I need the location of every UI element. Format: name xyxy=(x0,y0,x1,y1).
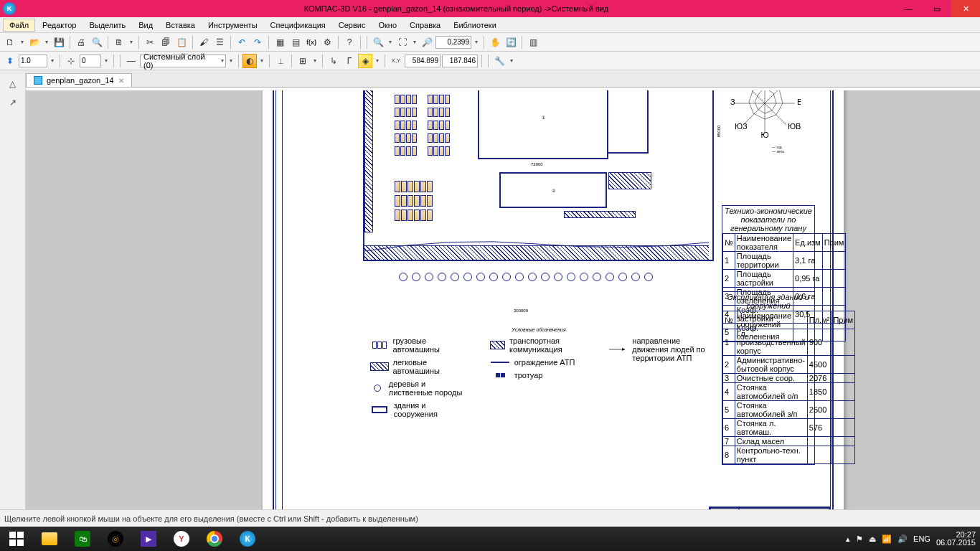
system-tray: ▴ ⚑ ⏏ 📶 🔊 ENG 20:27 06.07.2015 xyxy=(846,531,980,547)
task-store[interactable]: 🛍 xyxy=(66,527,99,551)
tools-ext-button[interactable]: 🔧 xyxy=(492,54,507,68)
parking-row-2b xyxy=(428,95,450,104)
maximize-button[interactable]: ▭ xyxy=(923,0,951,17)
preview-button[interactable]: 🔍 xyxy=(90,35,104,50)
open-button[interactable]: 📂 xyxy=(27,35,42,50)
document-tab[interactable]: genplan_gazon_14 ✕ xyxy=(26,73,132,87)
ortho-button[interactable]: Γ xyxy=(342,54,357,68)
task-chrome[interactable] xyxy=(198,527,231,551)
zoom-window-button[interactable]: 🔍 xyxy=(371,35,385,50)
svg-rect-23 xyxy=(17,540,24,546)
zoom-realtime-button[interactable]: 🔎 xyxy=(420,35,434,50)
tray-clock[interactable]: 20:27 06.07.2015 xyxy=(936,531,976,547)
help-pointer-button[interactable]: ? xyxy=(342,35,357,50)
lcs-button[interactable]: ↳ xyxy=(326,54,341,68)
color-swatch[interactable]: ◐ xyxy=(242,54,257,68)
scale-input[interactable] xyxy=(19,55,47,67)
paste-button[interactable]: 📋 xyxy=(174,35,189,50)
variables-button[interactable]: ⚙ xyxy=(320,35,334,50)
task-yandex[interactable]: Y xyxy=(165,527,198,551)
parking-row-2 xyxy=(395,95,417,104)
tray-usb-icon[interactable]: ⏏ xyxy=(869,534,876,544)
style-button[interactable]: ⬍ xyxy=(3,54,17,68)
toolbar-standard: 🗋▾ 📂▾ 💾 🖨 🔍 🗎▾ ✂ 🗐 📋 🖌 ☰ ↶ ↷ ▦ ▤ f(x) ⚙ … xyxy=(0,33,980,52)
print-preview-button[interactable]: 🗎 xyxy=(112,35,126,50)
dim-button[interactable]: ⟂ xyxy=(273,54,288,68)
tray-flag-icon[interactable]: ⚑ xyxy=(856,534,863,544)
close-button[interactable]: ✕ xyxy=(951,0,980,17)
format-paint-button[interactable]: 🖌 xyxy=(197,35,211,50)
snap-global-button[interactable]: ◈ xyxy=(358,54,372,68)
hatch-left xyxy=(364,90,373,232)
tray-network-icon[interactable]: 📶 xyxy=(882,534,892,544)
new-button[interactable]: 🗋 xyxy=(3,35,17,50)
menu-tools[interactable]: Инструменты xyxy=(202,19,263,31)
save-button[interactable]: 💾 xyxy=(52,35,66,50)
menu-libs[interactable]: Библиотеки xyxy=(448,19,502,31)
parking-row-7 xyxy=(395,181,433,192)
menu-help[interactable]: Справка xyxy=(404,19,446,31)
doc-manager-button[interactable]: ▤ xyxy=(288,35,303,50)
parking-row-3 xyxy=(395,108,417,117)
layer-select[interactable]: Системный слой (0) xyxy=(140,55,226,67)
task-aimp[interactable]: ◎ xyxy=(99,527,132,551)
menu-editor[interactable]: Редактор xyxy=(37,19,82,31)
task-explorer[interactable] xyxy=(33,527,66,551)
new-dropdown[interactable]: ▾ xyxy=(19,39,26,45)
window-arrange-button[interactable]: ▥ xyxy=(526,35,540,50)
menu-window[interactable]: Окно xyxy=(372,19,402,31)
svg-text:ЮВ: ЮВ xyxy=(788,122,801,131)
step-input[interactable] xyxy=(80,55,101,67)
tray-lang[interactable]: ENG xyxy=(913,534,930,543)
task-kompas[interactable]: K xyxy=(231,527,264,551)
binding-strip xyxy=(275,90,283,509)
close-tab-icon[interactable]: ✕ xyxy=(118,77,124,85)
canvas[interactable]: ① ② xyxy=(26,90,980,509)
rebuild-button[interactable]: 🔄 xyxy=(504,35,518,50)
palette-geometry[interactable]: △ xyxy=(5,76,21,92)
svg-marker-8 xyxy=(749,90,783,119)
tray-up-icon[interactable]: ▴ xyxy=(846,534,850,544)
coord-label: X,Y xyxy=(389,54,403,68)
pan-button[interactable]: ✋ xyxy=(488,35,502,50)
fx-button[interactable]: f(x) xyxy=(304,35,319,50)
window-title: КОМПАС-3D V16 - genplan_gazon_14 (ознако… xyxy=(19,4,894,13)
undo-button[interactable]: ↶ xyxy=(235,35,249,50)
zoom-input[interactable] xyxy=(435,36,471,49)
zoom-fit-button[interactable]: ⛶ xyxy=(395,35,410,50)
copy-button[interactable]: 🗐 xyxy=(159,35,173,50)
statusbar: Щелкните левой кнопкой мыши на объекте д… xyxy=(0,509,980,527)
parking-row-5b xyxy=(428,133,450,143)
building-main: ① xyxy=(478,90,608,159)
palette-move[interactable]: ↗ xyxy=(5,95,21,110)
menu-view[interactable]: Вид xyxy=(133,19,159,31)
open-dropdown[interactable]: ▾ xyxy=(43,39,50,45)
menu-spec[interactable]: Спецификация xyxy=(265,19,331,31)
coord-x-input[interactable] xyxy=(405,55,440,67)
properties-button[interactable]: ☰ xyxy=(212,35,227,50)
snap-button[interactable]: ⊹ xyxy=(64,54,78,68)
menu-select[interactable]: Выделить xyxy=(83,19,131,31)
legend: Условные обозначения грузовые автомашины… xyxy=(370,327,707,423)
start-button[interactable] xyxy=(0,527,33,551)
redo-button[interactable]: ↷ xyxy=(250,35,265,50)
grid-button[interactable]: ⊞ xyxy=(296,54,310,68)
parking-row-4 xyxy=(395,121,417,130)
minimize-button[interactable]: — xyxy=(894,0,923,17)
svg-rect-21 xyxy=(17,532,24,538)
manager-button[interactable]: ▦ xyxy=(273,35,287,50)
svg-text:Ю: Ю xyxy=(760,131,768,139)
print-button[interactable]: 🖨 xyxy=(74,35,88,50)
linetype-button[interactable]: — xyxy=(124,54,138,68)
coord-y-input[interactable] xyxy=(442,55,478,67)
menu-service[interactable]: Сервис xyxy=(333,19,372,31)
menu-insert[interactable]: Вставка xyxy=(160,19,201,31)
menu-file[interactable]: Файл xyxy=(3,19,35,32)
tray-volume-icon[interactable]: 🔊 xyxy=(897,534,908,544)
task-player[interactable]: ▶ xyxy=(132,527,165,551)
cut-button[interactable]: ✂ xyxy=(143,35,157,50)
svg-line-7 xyxy=(743,90,765,103)
svg-text:ЮЗ: ЮЗ xyxy=(735,122,748,131)
parking-row-6 xyxy=(395,146,417,156)
dim-bldg: 72000 xyxy=(531,162,543,166)
